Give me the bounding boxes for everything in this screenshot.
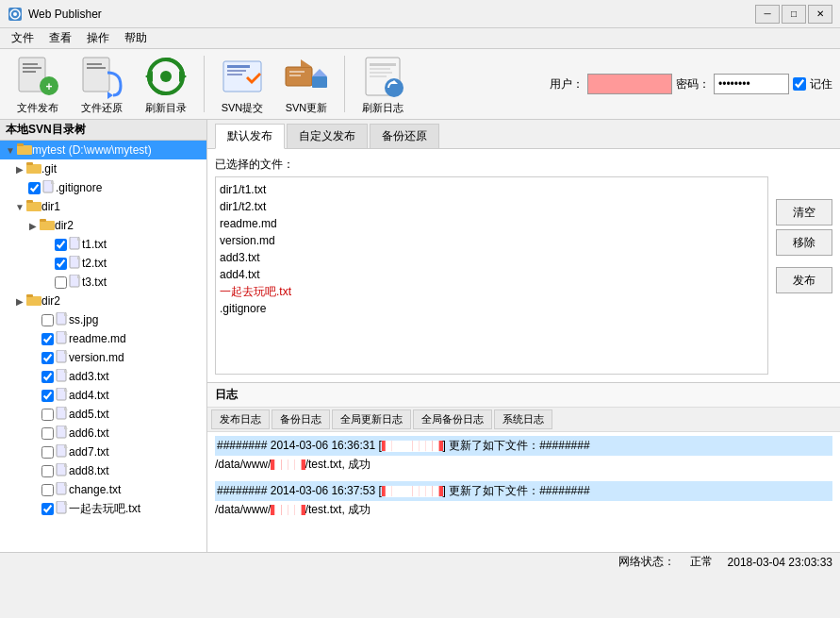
tree-item-t3txt[interactable]: ▶ t3.txt bbox=[0, 273, 206, 292]
tree-item-versionmd[interactable]: ▶ version.md bbox=[0, 348, 206, 367]
selected-files-box[interactable]: dir1/t1.txt dir1/t2.txt readme.md versio… bbox=[215, 176, 768, 375]
file-icon-add3txt bbox=[56, 369, 69, 385]
tree-label-t3txt: t3.txt bbox=[82, 276, 107, 289]
datetime: 2018-03-04 23:03:33 bbox=[728, 556, 832, 569]
auth-area: 用户： 密码： 记住 bbox=[550, 74, 832, 94]
tree-item-root[interactable]: ▼ mytest (D:\www\mytest) bbox=[0, 141, 206, 159]
log-tab-global-backup[interactable]: 全局备份日志 bbox=[413, 409, 492, 429]
menu-operation[interactable]: 操作 bbox=[79, 28, 117, 48]
svn-commit-button[interactable]: SVN提交 bbox=[212, 49, 272, 120]
tree-item-changetxt[interactable]: ▶ change.txt bbox=[0, 480, 206, 499]
publish-file-button[interactable]: + 文件发布 bbox=[8, 49, 68, 120]
tree-label-git: .git bbox=[41, 162, 57, 175]
tree-checkbox-versionmd[interactable] bbox=[41, 352, 54, 364]
tree-checkbox-t2txt[interactable] bbox=[55, 258, 67, 270]
tree-toggle-git[interactable]: ▶ bbox=[13, 162, 26, 175]
tree-item-dir2-sub[interactable]: ▶ dir2 bbox=[0, 216, 206, 235]
file-icon-add7txt bbox=[56, 444, 69, 460]
tree-checkbox-readmemd[interactable] bbox=[41, 333, 54, 345]
tree-item-add5txt[interactable]: ▶ add5.txt bbox=[0, 405, 206, 424]
tree-item-funfile[interactable]: ▶ 一起去玩吧.txt bbox=[0, 499, 206, 518]
menu-view[interactable]: 查看 bbox=[41, 28, 79, 48]
tree-checkbox-funfile[interactable] bbox=[41, 503, 54, 515]
svg-rect-9 bbox=[83, 58, 109, 92]
tree-item-t1txt[interactable]: ▶ t1.txt bbox=[0, 235, 206, 254]
svg-marker-27 bbox=[312, 69, 327, 76]
remember-label: 记住 bbox=[810, 76, 832, 92]
tree-checkbox-add6txt[interactable] bbox=[41, 427, 54, 440]
tree-label-dir2-sub: dir2 bbox=[55, 219, 74, 232]
tree-item-gitignore[interactable]: ▶ .gitignore bbox=[0, 178, 206, 197]
log-content[interactable]: ######## 2014-03-06 16:36:31 [████████] … bbox=[207, 432, 840, 552]
refresh-log-button[interactable]: 刷新日志 bbox=[353, 49, 413, 120]
tree-toggle-dir2[interactable]: ▶ bbox=[13, 294, 26, 308]
tree-item-readmemd[interactable]: ▶ readme.md bbox=[0, 329, 206, 348]
tree-checkbox-gitignore[interactable] bbox=[28, 182, 41, 194]
svg-rect-26 bbox=[312, 76, 327, 88]
pass-input[interactable] bbox=[714, 74, 789, 94]
tab-backup-restore[interactable]: 备份还原 bbox=[370, 124, 439, 148]
tree-checkbox-t1txt[interactable] bbox=[55, 239, 67, 251]
log-tab-backup[interactable]: 备份日志 bbox=[272, 409, 330, 429]
log-entry-1: ######## 2014-03-06 16:37:53 [████████] … bbox=[215, 481, 832, 519]
main-container: 本地SVN目录树 ▼ mytest (D:\www\mytest) ▶ .git… bbox=[0, 120, 840, 552]
log-tab-publish[interactable]: 发布日志 bbox=[211, 409, 270, 429]
minimize-button[interactable]: ─ bbox=[755, 5, 780, 24]
tree-item-add4txt[interactable]: ▶ add4.txt bbox=[0, 386, 206, 405]
tree-checkbox-add4txt[interactable] bbox=[41, 390, 54, 402]
svg-rect-25 bbox=[289, 75, 301, 76]
tree-item-t2txt[interactable]: ▶ t2.txt bbox=[0, 254, 206, 273]
log-tab-system[interactable]: 系统日志 bbox=[494, 409, 552, 429]
tree-checkbox-add7txt[interactable] bbox=[41, 446, 54, 459]
remember-checkbox[interactable] bbox=[793, 77, 806, 91]
tree-checkbox-add5txt[interactable] bbox=[41, 409, 54, 421]
tree-toggle-root[interactable]: ▼ bbox=[4, 143, 17, 157]
file-item-2: readme.md bbox=[220, 215, 764, 232]
app-icon bbox=[8, 7, 23, 22]
tree-checkbox-add3txt[interactable] bbox=[41, 371, 54, 383]
maximize-button[interactable]: □ bbox=[782, 5, 806, 24]
tree-checkbox-t3txt[interactable] bbox=[55, 276, 67, 289]
file-icon-t2txt bbox=[69, 256, 82, 272]
file-icon-add5txt bbox=[56, 407, 69, 423]
tree-item-add6txt[interactable]: ▶ add6.txt bbox=[0, 424, 206, 443]
user-input[interactable] bbox=[587, 74, 672, 94]
tree-checkbox-add8txt[interactable] bbox=[41, 465, 54, 477]
svg-rect-30 bbox=[370, 68, 390, 70]
menu-help[interactable]: 帮助 bbox=[117, 28, 155, 48]
tree-toggle-dir2-sub[interactable]: ▶ bbox=[26, 219, 40, 232]
tree-item-add3txt[interactable]: ▶ add3.txt bbox=[0, 367, 206, 386]
remove-button[interactable]: 移除 bbox=[776, 229, 832, 256]
tab-custom-publish[interactable]: 自定义发布 bbox=[287, 124, 368, 148]
svg-rect-18 bbox=[227, 65, 250, 68]
publish-button[interactable]: 发布 bbox=[776, 267, 832, 293]
file-icon-add6txt bbox=[56, 426, 69, 442]
tree-item-add8txt[interactable]: ▶ add8.txt bbox=[0, 461, 206, 480]
tree-label-add8txt: add8.txt bbox=[69, 464, 109, 477]
svn-update-icon bbox=[284, 54, 329, 99]
svn-update-button[interactable]: SVN更新 bbox=[276, 49, 337, 120]
tree-label-changetxt: change.txt bbox=[69, 483, 121, 496]
restore-file-button[interactable]: 文件还原 bbox=[72, 49, 132, 120]
file-icon-add8txt bbox=[56, 463, 69, 479]
tree-checkbox-changetxt[interactable] bbox=[41, 484, 54, 496]
tree-item-dir2[interactable]: ▶ dir2 bbox=[0, 292, 206, 310]
tree-item-dir1[interactable]: ▼ dir1 bbox=[0, 197, 206, 216]
log-tab-global-update[interactable]: 全局更新日志 bbox=[332, 409, 411, 429]
pass-label: 密码： bbox=[676, 76, 710, 92]
tab-default-publish[interactable]: 默认发布 bbox=[215, 124, 285, 149]
tree-label-gitignore: .gitignore bbox=[56, 181, 102, 194]
clear-button[interactable]: 清空 bbox=[776, 199, 832, 225]
tree-item-git[interactable]: ▶ .git bbox=[0, 159, 206, 178]
publish-file-label: 文件发布 bbox=[17, 101, 58, 115]
tree-checkbox-ssjpg[interactable] bbox=[41, 314, 54, 326]
close-button[interactable]: ✕ bbox=[808, 5, 832, 24]
tree-item-ssjpg[interactable]: ▶ ss.jpg bbox=[0, 310, 206, 329]
menu-file[interactable]: 文件 bbox=[4, 28, 41, 48]
refresh-dir-button[interactable]: 刷新目录 bbox=[136, 49, 196, 120]
svn-update-label: SVN更新 bbox=[286, 101, 328, 115]
tree-item-add7txt[interactable]: ▶ add7.txt bbox=[0, 443, 206, 461]
tree-toggle-dir1[interactable]: ▼ bbox=[13, 200, 26, 213]
log-redacted-3: ████ bbox=[271, 505, 305, 515]
svg-point-15 bbox=[160, 71, 172, 82]
